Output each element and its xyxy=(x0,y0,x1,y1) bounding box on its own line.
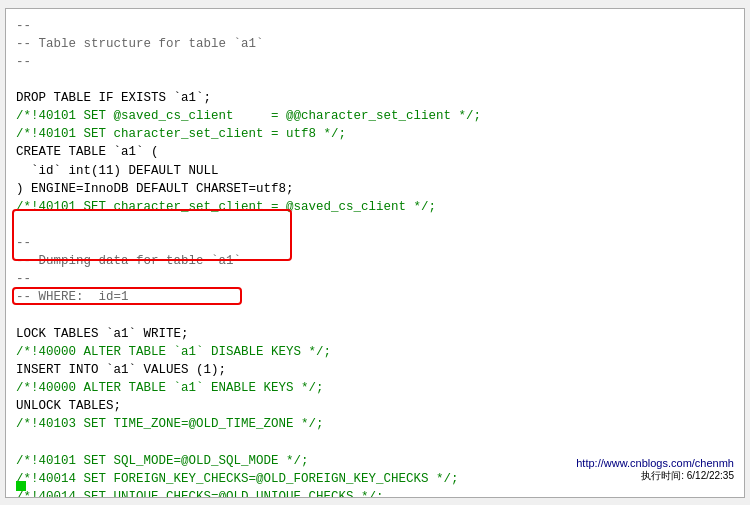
code-line: CREATE TABLE `a1` ( xyxy=(16,143,734,161)
code-line xyxy=(16,433,734,451)
code-line: /*!40014 SET UNIQUE_CHECKS=@OLD_UNIQUE_C… xyxy=(16,488,734,497)
code-line: -- xyxy=(16,17,734,35)
code-line: `id` int(11) DEFAULT NULL xyxy=(16,162,734,180)
code-display: ---- Table structure for table `a1`-- DR… xyxy=(6,9,744,497)
code-line: /*!40000 ALTER TABLE `a1` DISABLE KEYS *… xyxy=(16,343,734,361)
code-line: /*!40103 SET TIME_ZONE=@OLD_TIME_ZONE */… xyxy=(16,415,734,433)
code-line: /*!40101 SET @saved_cs_client = @@charac… xyxy=(16,107,734,125)
code-line: INSERT INTO `a1` VALUES (1); xyxy=(16,361,734,379)
code-line: -- xyxy=(16,53,734,71)
main-window: ---- Table structure for table `a1`-- DR… xyxy=(5,8,745,498)
code-line: -- Table structure for table `a1` xyxy=(16,35,734,53)
code-line xyxy=(16,307,734,325)
code-line: UNLOCK TABLES; xyxy=(16,397,734,415)
code-line: DROP TABLE IF EXISTS `a1`; xyxy=(16,89,734,107)
code-line: LOCK TABLES `a1` WRITE; xyxy=(16,325,734,343)
code-line: /*!40101 SET character_set_client = utf8… xyxy=(16,125,734,143)
code-line: -- xyxy=(16,234,734,252)
code-line: /*!40000 ALTER TABLE `a1` ENABLE KEYS */… xyxy=(16,379,734,397)
code-line: -- WHERE: id=1 xyxy=(16,288,734,306)
watermark-time: 执行时间: 6/12/22:35 xyxy=(641,469,734,483)
code-line: -- Dumping data for table `a1` xyxy=(16,252,734,270)
code-line xyxy=(16,216,734,234)
code-line xyxy=(16,71,734,89)
code-line: /*!40101 SET character_set_client = @sav… xyxy=(16,198,734,216)
code-line: -- xyxy=(16,270,734,288)
code-line: ) ENGINE=InnoDB DEFAULT CHARSET=utf8; xyxy=(16,180,734,198)
watermark-url: http://www.cnblogs.com/chenmh xyxy=(576,457,734,469)
code-line: /*!40014 SET FOREIGN_KEY_CHECKS=@OLD_FOR… xyxy=(16,470,734,488)
status-dot xyxy=(16,481,26,491)
